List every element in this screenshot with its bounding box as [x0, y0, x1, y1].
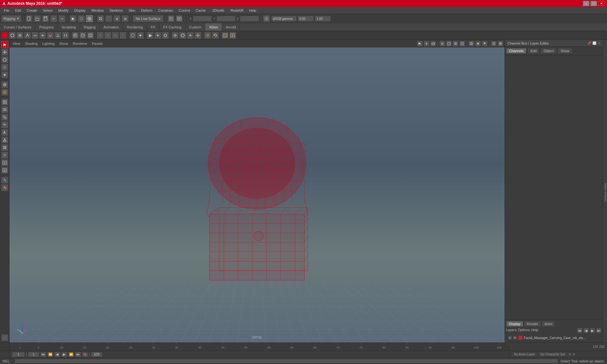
z-input[interactable] [240, 16, 259, 21]
maximize-button[interactable]: □ [591, 1, 597, 6]
layer-opt-layers[interactable]: Layers [506, 328, 517, 333]
transport-record[interactable]: ⏺ [82, 352, 88, 357]
menu-file[interactable]: File [1, 8, 12, 13]
tab-rendering[interactable]: Rendering [123, 23, 147, 31]
tb-render-seq[interactable] [176, 15, 183, 22]
tb-rotate-tool[interactable] [179, 32, 186, 39]
vp-tb-lights[interactable] [475, 41, 481, 46]
no-character-set-label[interactable]: No Character Set [538, 352, 567, 357]
tb-small-icon1[interactable] [1, 32, 8, 39]
tb-snap-view[interactable]: ⊞ [122, 15, 129, 22]
transport-go-end[interactable]: ⏭ [75, 352, 81, 357]
gamma-val1[interactable]: 0.00 [298, 16, 314, 21]
tb-icon-a[interactable] [72, 32, 79, 39]
menu-3dtoall[interactable]: -3DtoAll- [209, 8, 228, 13]
tb-history[interactable] [212, 32, 219, 39]
tb-scale-tool[interactable] [187, 32, 194, 39]
timeline-ruler[interactable]: 1 5 10 15 20 25 30 35 40 45 50 [19, 343, 509, 351]
vp-tb-shadow[interactable] [482, 41, 487, 46]
char-set-settings-icon[interactable]: ⚙ [573, 353, 575, 356]
tb-paint-select[interactable] [86, 15, 93, 22]
vp-tb-wireframe[interactable] [446, 41, 452, 46]
move-tool-btn[interactable] [1, 49, 8, 56]
menu-skeleton[interactable]: Skeleton [107, 8, 126, 13]
vp-menu-view[interactable]: View [11, 41, 22, 46]
tb-redo[interactable]: ↪ [58, 15, 65, 22]
tb-textured[interactable]: 6 [112, 32, 119, 39]
tab-rigging[interactable]: Rigging [80, 23, 100, 31]
tb-lights[interactable]: 7 [120, 32, 126, 39]
tb-small-icon9[interactable] [62, 32, 69, 39]
layer-opt-options[interactable]: Options [518, 328, 530, 333]
tab-arnold[interactable]: Arnold [222, 23, 240, 31]
vp-menu-panels[interactable]: Panels [90, 41, 105, 46]
viewport-canvas[interactable]: persp x y z [9, 47, 505, 343]
tb-xray-joint[interactable] [137, 32, 144, 39]
tab-fx[interactable]: FX [147, 23, 159, 31]
vp-tb-move[interactable] [424, 41, 429, 46]
menu-constrain[interactable]: Constrain [156, 8, 175, 13]
tool2-btn[interactable] [1, 106, 8, 113]
tool3-btn[interactable] [1, 114, 8, 121]
tool6-btn[interactable] [1, 136, 8, 143]
last-tool-btn[interactable] [1, 71, 8, 78]
vp-menu-shading[interactable]: Shading [23, 41, 40, 46]
vp-tb-shaded[interactable] [453, 41, 458, 46]
menu-control[interactable]: Control [176, 8, 192, 13]
tb-small-icon5[interactable] [32, 32, 39, 39]
range-start-input[interactable] [28, 352, 39, 357]
no-anim-layer-label[interactable]: No Anim Layer [512, 352, 537, 357]
tb-color-settings[interactable] [263, 15, 270, 22]
layer-nav-btn2[interactable]: ◀ [584, 328, 589, 333]
y-input[interactable] [217, 16, 236, 21]
tool7-btn[interactable] [1, 144, 8, 151]
tb-render-view[interactable] [222, 32, 229, 39]
tool9-btn[interactable]: ik [1, 159, 8, 166]
layer-vis-p[interactable]: P [513, 336, 517, 340]
menu-help[interactable]: Help [247, 8, 259, 13]
tab-curves-surfaces[interactable]: Curves / Surfaces [0, 23, 35, 31]
channel-box-close-icon[interactable]: ✕ [598, 41, 600, 45]
tb-render[interactable] [168, 15, 175, 22]
tb-save-scene[interactable] [42, 15, 49, 22]
menu-create[interactable]: Create [24, 8, 40, 13]
tb-select-tool[interactable] [70, 15, 77, 22]
vp-tb-shaded-wire[interactable] [459, 41, 465, 46]
tab-custom[interactable]: Custom [186, 23, 205, 31]
menu-display[interactable]: Display [72, 8, 88, 13]
mel-label[interactable]: MEL [3, 359, 10, 363]
menu-skin[interactable]: Skin [126, 8, 138, 13]
tb-iso[interactable] [162, 32, 169, 39]
soft-sel-btn[interactable] [1, 89, 8, 96]
menu-edit[interactable]: Edit [13, 8, 24, 13]
tb-small-icon6[interactable] [39, 32, 46, 39]
tool12-btn[interactable] [1, 184, 8, 191]
layer-vis-v[interactable]: V [508, 336, 512, 340]
tb-icon-b[interactable] [79, 32, 86, 39]
tb-lasso[interactable] [78, 15, 85, 22]
vp-tb-isolate[interactable] [469, 41, 474, 46]
menu-modify[interactable]: Modify [56, 8, 71, 13]
menu-deform[interactable]: Deform [138, 8, 155, 13]
layer-nav-btn1[interactable]: ⏮ [577, 328, 582, 333]
ch-tab-object[interactable]: Object [541, 48, 556, 54]
ch-tab-edit[interactable]: Edit [528, 48, 539, 54]
transport-fwd[interactable]: ⏩ [68, 352, 74, 357]
layer-tab-render[interactable]: Render [524, 321, 541, 327]
vp-tb-playblast[interactable] [498, 41, 503, 46]
tb-small-icon2[interactable] [9, 32, 16, 39]
tb-wire[interactable]: 4 [97, 32, 104, 39]
layer-nav-btn4[interactable]: ⏭ [596, 328, 601, 333]
layer-tab-anim[interactable]: Anim [542, 321, 555, 327]
menu-redshift[interactable]: Redshift [228, 8, 246, 13]
vp-tb-grid[interactable] [439, 41, 445, 46]
tb-small-icon3[interactable] [16, 32, 23, 39]
tab-sculpting[interactable]: Sculpting [58, 23, 80, 31]
layer-color-swatch[interactable] [518, 336, 523, 340]
show-manip-btn[interactable] [1, 81, 8, 88]
channel-box-pin-icon[interactable]: 📌 [587, 41, 591, 45]
tb-xray[interactable] [129, 32, 136, 39]
tb-small-icon8[interactable] [54, 32, 61, 39]
tb-ref-grid[interactable] [154, 32, 161, 39]
tb-ipr[interactable] [229, 32, 236, 39]
